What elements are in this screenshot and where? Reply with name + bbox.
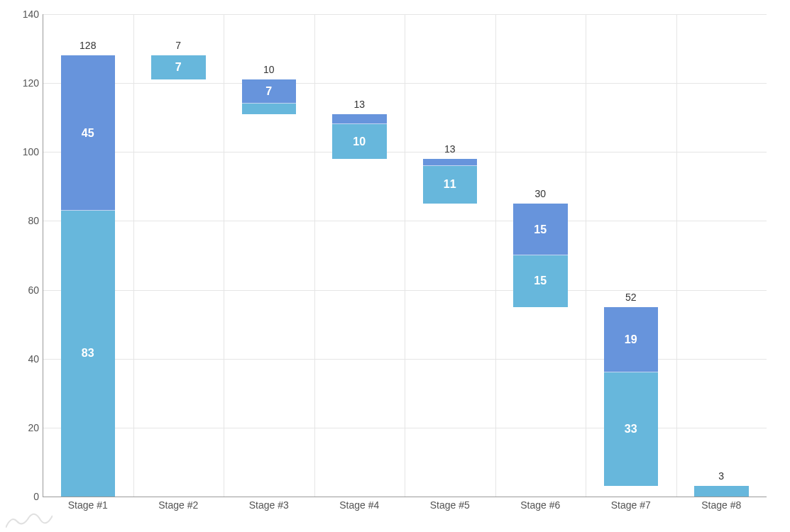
plot-area: 83 45 128 7 7 7 10 10 13 11 xyxy=(43,14,767,497)
bar-segment-b xyxy=(332,114,387,125)
x-tick-label: Stage #1 xyxy=(43,499,133,511)
y-tick-label: 0 xyxy=(4,491,39,502)
y-tick-label: 80 xyxy=(4,215,39,226)
total-label: 10 xyxy=(242,64,297,75)
bar-segment-b: 19 xyxy=(604,307,659,372)
bar-stage-3[interactable]: 7 10 xyxy=(242,79,297,114)
total-label: 52 xyxy=(604,292,659,303)
y-tick-label: 140 xyxy=(4,9,39,20)
bar-segment-a: 7 xyxy=(151,55,206,79)
total-label: 13 xyxy=(423,143,478,155)
y-tick-label: 20 xyxy=(4,422,39,433)
total-label: 128 xyxy=(61,40,116,51)
x-tick-label: Stage #7 xyxy=(586,499,676,511)
bar-segment-b: 15 xyxy=(513,204,568,255)
y-tick-label: 100 xyxy=(4,146,39,157)
y-tick-label: 40 xyxy=(4,353,39,365)
bar-stage-2[interactable]: 7 7 xyxy=(151,55,206,79)
bar-segment-a: 33 xyxy=(604,372,659,486)
bar-segment-b: 7 xyxy=(242,79,297,104)
bar-stage-8[interactable]: 3 xyxy=(694,486,749,497)
total-label: 7 xyxy=(151,40,206,51)
bar-segment-b xyxy=(423,159,478,166)
y-tick-label: 60 xyxy=(4,284,39,296)
x-tick-label: Stage #4 xyxy=(314,499,405,511)
bar-segment-a: 10 xyxy=(332,124,387,159)
x-tick-label: Stage #2 xyxy=(133,499,224,511)
x-tick-label: Stage #3 xyxy=(224,499,314,511)
total-label: 13 xyxy=(332,99,387,110)
x-tick-label: Stage #5 xyxy=(405,499,495,511)
bar-stage-6[interactable]: 15 15 30 xyxy=(513,204,568,307)
bar-segment-a: 15 xyxy=(513,255,568,307)
x-tick-label: Stage #8 xyxy=(676,499,767,511)
bar-stage-1[interactable]: 83 45 128 xyxy=(61,55,116,497)
stacked-waterfall-chart: 0 20 40 60 80 100 120 140 Stage #1 Stage… xyxy=(0,0,790,532)
bar-stage-7[interactable]: 33 19 52 xyxy=(604,307,659,487)
bar-segment-a: 11 xyxy=(423,166,478,204)
total-label: 30 xyxy=(513,188,568,199)
bar-segment-b: 45 xyxy=(61,55,116,211)
total-label: 3 xyxy=(694,470,749,482)
bar-stage-5[interactable]: 11 13 xyxy=(423,159,478,204)
bar-segment-a xyxy=(694,486,749,497)
bar-stage-4[interactable]: 10 13 xyxy=(332,114,387,159)
bar-segment-a xyxy=(242,104,297,114)
x-tick-label: Stage #6 xyxy=(495,499,586,511)
y-tick-label: 120 xyxy=(4,77,39,89)
bar-segment-a: 83 xyxy=(61,211,116,497)
amcharts-logo-icon xyxy=(6,513,53,528)
